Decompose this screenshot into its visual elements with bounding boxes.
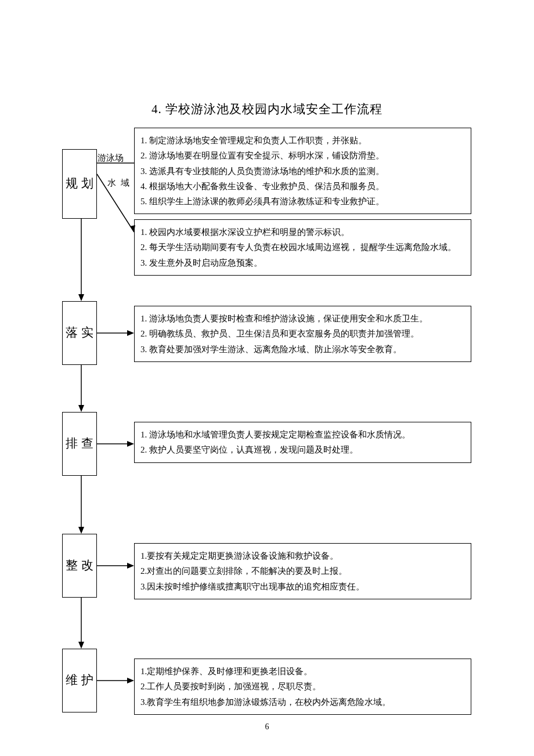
content-inspect: 1. 游泳场地和水域管理负责人要按规定定期检查监控设备和水质情况。 2. 救护人… <box>134 422 471 463</box>
step-label: 维 护 <box>66 669 93 692</box>
content-plan-pool: 1. 制定游泳场地安全管理规定和负责人工作职责，并张贴。 2. 游泳场地要在明显… <box>134 128 471 214</box>
list-item: 2. 每天学生活动期间要有专人负责在校园水域周边巡视， 提醒学生远离危险水域。 <box>140 240 463 255</box>
svg-marker-18 <box>127 678 134 683</box>
list-item: 2.工作人员要按时到岗，加强巡视，尽职尽责。 <box>140 679 463 694</box>
step-rectify: 整 改 <box>62 534 97 598</box>
list-item: 3. 发生意外及时启动应急预案。 <box>140 255 463 270</box>
list-item: 4. 根据场地大小配备救生设备、专业救护员、保洁员和服务员。 <box>140 179 463 194</box>
list-item: 2.对查出的问题要立刻排除，不能解决的要及时上报。 <box>140 563 463 578</box>
arrow-down <box>77 219 85 301</box>
list-item: 5. 组织学生上游泳课的教师必须具有游泳教练证和专业救护证。 <box>140 194 463 209</box>
content-implement: 1. 游泳场地负责人要按时检查和维护游泳设施，保证使用安全和水质卫生。 2. 明… <box>134 306 471 362</box>
list-item: 2. 救护人员要坚守岗位，认真巡视，发现问题及时处理。 <box>140 442 463 457</box>
list-item: 1.要按有关规定定期更换游泳设备设施和救护设备。 <box>140 548 463 563</box>
svg-marker-8 <box>78 527 84 534</box>
connector <box>97 174 138 238</box>
step-label: 整 改 <box>66 554 93 577</box>
step-plan: 规 划 <box>62 149 97 219</box>
arrow-down <box>77 476 85 534</box>
page-title: 4. 学校游泳池及校园内水域安全工作流程 <box>0 101 534 117</box>
list-item: 3.教育学生有组织地参加游泳锻炼活动，在校内外远离危险水域。 <box>140 694 463 710</box>
svg-marker-16 <box>127 563 134 569</box>
svg-line-1 <box>97 174 134 232</box>
content-plan-water: 1. 校园内水域要根据水深设立护栏和明显的警示标识。 2. 每天学生活动期间要有… <box>134 219 471 276</box>
arrow-down <box>77 365 85 412</box>
step-maintain: 维 护 <box>62 649 97 712</box>
step-label: 规 划 <box>66 172 93 196</box>
page-root: 4. 学校游泳池及校园内水域安全工作流程 规 划 落 实 排 查 整 改 维 护… <box>0 0 534 756</box>
list-item: 2. 明确教练员、救护员、卫生保洁员和更衣室服务员的职责并加强管理。 <box>140 326 463 341</box>
step-label: 落 实 <box>66 321 93 345</box>
list-item: 3. 选派具有专业技能的人员负责游泳场地的维护和水质的监测。 <box>140 164 463 179</box>
svg-marker-12 <box>127 330 134 336</box>
list-item: 3.因未按时维护修缮或擅离职守出现事故的追究相应责任。 <box>140 579 463 594</box>
list-item: 1.定期维护保养、及时修理和更换老旧设备。 <box>140 664 463 679</box>
connector <box>97 162 134 164</box>
svg-marker-6 <box>78 405 84 412</box>
svg-marker-4 <box>78 294 84 301</box>
list-item: 1. 制定游泳场地安全管理规定和负责人工作职责，并张贴。 <box>140 133 463 148</box>
content-maintain: 1.定期维护保养、及时修理和更换老旧设备。 2.工作人员要按时到岗，加强巡视，尽… <box>134 659 471 715</box>
step-label: 排 查 <box>66 432 93 455</box>
arrow-right <box>97 329 134 337</box>
arrow-right <box>97 562 134 570</box>
svg-marker-2 <box>130 225 135 232</box>
list-item: 1. 校园内水域要根据水深设立护栏和明显的警示标识。 <box>140 225 463 240</box>
list-item: 2. 游泳场地要在明显位置有安全提示、标明水深，铺设防滑垫。 <box>140 148 463 163</box>
step-inspect: 排 查 <box>62 412 97 476</box>
list-item: 1. 游泳场地负责人要按时检查和维护游泳设施，保证使用安全和水质卫生。 <box>140 311 463 326</box>
arrow-right <box>97 440 134 448</box>
svg-marker-14 <box>127 441 134 447</box>
content-rectify: 1.要按有关规定定期更换游泳设备设施和救护设备。 2.对查出的问题要立刻排除，不… <box>134 543 471 599</box>
arrow-right <box>97 677 134 685</box>
page-number: 6 <box>0 722 534 732</box>
arrow-down <box>77 598 85 649</box>
svg-marker-10 <box>78 642 84 649</box>
list-item: 3. 教育处要加强对学生游泳、远离危险水域、防止溺水等安全教育。 <box>140 342 463 357</box>
step-implement: 落 实 <box>62 301 97 365</box>
list-item: 1. 游泳场地和水域管理负责人要按规定定期检查监控设备和水质情况。 <box>140 427 463 442</box>
